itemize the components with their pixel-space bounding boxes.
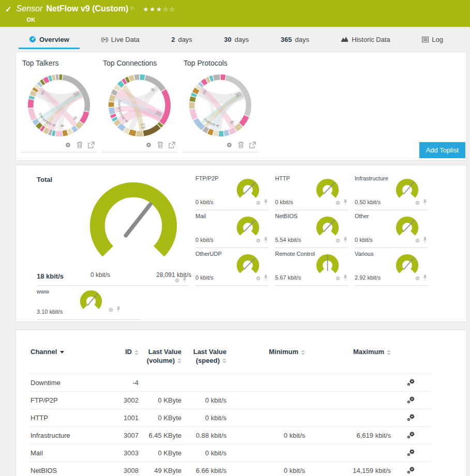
channel-row-infrastructure: Infrastructure30076.45 KByte0.88 kbit/s0… [31, 426, 431, 444]
gauge-remote-control: Remote Control5.67 kbit/s [275, 248, 348, 286]
gauge-actions [415, 198, 428, 208]
sensor-tab-bar: Overview((•))Live Data2days30days365days… [0, 27, 470, 52]
settings-gear-icon[interactable] [407, 468, 415, 475]
chord-diagram[interactable]: 82013443332 [105, 71, 174, 140]
small-gear-icon[interactable] [335, 236, 341, 245]
column-header-channel[interactable]: Channel [31, 346, 100, 374]
channel-last-value-speed: 0 kbit/s [181, 444, 226, 462]
small-gear-icon[interactable] [108, 305, 114, 315]
settings-gear-icon[interactable] [407, 397, 415, 405]
column-header-last_value_speed[interactable]: Last Value(speed) [181, 346, 226, 374]
tab-overview[interactable]: Overview [29, 27, 69, 52]
pin-icon[interactable] [263, 236, 268, 245]
toplist-row: Top Talkers3058443322Top Connections8201… [21, 59, 466, 152]
channel-id: -4 [100, 374, 139, 391]
broadcast-icon: ((•)) [101, 36, 108, 42]
sort-arrows-icon [387, 350, 391, 355]
settings-gear-icon[interactable] [407, 380, 415, 388]
column-header-last_value_volume[interactable]: Last Value(volume) [139, 346, 181, 374]
channel-row-ftp-p2p: FTP/P2P30020 KByte0 kbit/s [31, 391, 431, 409]
tab-2-days[interactable]: 2days [171, 27, 192, 52]
gauge-label: Total [37, 176, 52, 183]
tab-historic-data[interactable]: Historic Data [341, 27, 390, 52]
small-gear-icon[interactable] [415, 274, 420, 283]
gauge-various: Various2.92 kbit/s [355, 248, 428, 286]
gauge-http: HTTP0 kbit/s [275, 173, 348, 210]
gear-icon[interactable] [226, 141, 233, 148]
small-gear-icon[interactable] [255, 274, 261, 283]
channel-last-value-volume: 0 KByte [139, 391, 181, 409]
gauge-value: 3.10 kbit/s [37, 309, 63, 315]
column-header-minimum[interactable]: Minimum [226, 346, 305, 374]
tab-30-days[interactable]: 30days [224, 27, 249, 52]
chord-diagram[interactable]: 30564332 [186, 71, 254, 140]
settings-gear-icon[interactable] [407, 415, 415, 423]
pin-icon[interactable] [263, 274, 268, 283]
tab-live-data[interactable]: ((•))Live Data [101, 27, 139, 52]
gauge-netbios: NetBIOS5.54 kbit/s [275, 210, 348, 248]
small-gear-icon[interactable] [415, 198, 420, 208]
small-gear-icon[interactable] [335, 198, 341, 208]
settings-gear-icon[interactable] [407, 433, 415, 440]
column-header-maximum[interactable]: Maximum [305, 346, 391, 374]
flag-icon[interactable]: ⚐ [130, 6, 134, 11]
pin-icon[interactable] [343, 198, 348, 208]
tab-365-days[interactable]: 365days [281, 27, 309, 52]
small-gear-icon[interactable] [174, 276, 180, 285]
small-gear-icon[interactable] [255, 198, 261, 208]
channel-last-value-speed: 0 kbit/s [181, 409, 226, 426]
pin-icon[interactable] [182, 276, 187, 285]
channel-maximum: 14,159 kbit/s [305, 462, 391, 476]
channel-row-netbios: NetBIOS300849 KByte6.66 kbit/s0 kbit/s14… [31, 462, 431, 476]
gauge-value: 18 kbit/s [37, 272, 64, 280]
tab-log[interactable]: Log [422, 27, 443, 52]
tab-label: Historic Data [352, 36, 390, 43]
channel-minimum [226, 409, 305, 426]
open-icon[interactable] [169, 141, 175, 148]
settings-gear-icon[interactable] [407, 450, 415, 458]
channel-minimum [226, 374, 305, 391]
channel-last-value-speed [181, 374, 226, 391]
small-gear-icon[interactable] [415, 236, 420, 245]
channel-last-value-volume: 49 KByte [139, 462, 181, 476]
pin-icon[interactable] [422, 274, 428, 283]
gauge-label: Various [355, 251, 373, 257]
channel-row-http: HTTP10010 KByte0 kbit/s [31, 409, 431, 426]
open-icon[interactable] [88, 141, 95, 148]
channel-name: FTP/P2P [31, 391, 100, 409]
gauge-value: 0 kbit/s [195, 199, 214, 205]
column-header-id[interactable]: ID [100, 346, 139, 374]
priority-stars[interactable]: ★★★☆☆ [143, 6, 176, 13]
channel-minimum: 0 kbit/s [226, 426, 305, 444]
channel-id: 3003 [100, 444, 139, 462]
gear-icon[interactable] [65, 141, 71, 148]
gauge-actions [255, 236, 268, 245]
trash-icon[interactable] [77, 141, 83, 148]
small-gear-icon[interactable] [335, 274, 341, 283]
sort-arrows-icon [222, 358, 226, 363]
pin-icon[interactable] [422, 198, 428, 208]
gear-icon[interactable] [145, 141, 152, 148]
add-toplist-button[interactable]: Add Toplist [419, 142, 465, 158]
small-gear-icon[interactable] [255, 236, 261, 245]
channel-maximum: 6,619 kbit/s [305, 426, 391, 444]
channels-table-panel: ChannelIDLast Value(volume)Last Value(sp… [16, 330, 467, 476]
channel-minimum [226, 391, 305, 409]
pin-icon[interactable] [343, 236, 348, 245]
toplist-top-talkers: Top Talkers3058443322 [21, 59, 97, 152]
trash-icon[interactable] [157, 141, 163, 148]
toplist-title: Top Protocols [184, 59, 258, 67]
pin-icon[interactable] [422, 236, 428, 245]
pin-icon[interactable] [343, 274, 348, 283]
channel-last-value-volume: 0 KByte [139, 444, 181, 462]
sensor-title-block: SensorNetFlow v9 (Custom)⚐★★★☆☆ OK [17, 4, 176, 27]
chord-diagram[interactable]: 3058443322 [25, 71, 93, 140]
trash-icon[interactable] [238, 141, 244, 148]
open-icon[interactable] [249, 141, 256, 148]
column-header-settings[interactable] [391, 346, 431, 374]
pin-icon[interactable] [116, 305, 121, 315]
gauge-actions [335, 198, 348, 208]
toplist-title: Top Talkers [22, 59, 97, 67]
gauge-label: HTTP [275, 175, 290, 181]
pin-icon[interactable] [263, 198, 268, 208]
